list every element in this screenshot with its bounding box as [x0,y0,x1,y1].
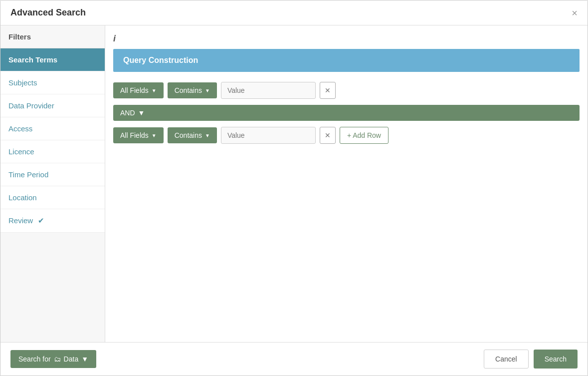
remove-row-button-2[interactable]: ✕ [320,127,336,144]
caret-icon-4: ▼ [205,133,210,138]
sidebar-header: Filters [0,25,105,48]
search-for-data-suffix: Data [64,355,79,363]
modal-header: Advanced Search × [0,0,588,25]
caret-icon-3: ▼ [152,133,157,138]
condition-dropdown-1[interactable]: Contains ▼ [168,82,217,98]
sidebar-item-review[interactable]: Review ✔ [0,209,105,233]
checkmark-icon: ✔ [38,216,44,225]
folder-icon: 🗂 [54,355,61,363]
footer-left: Search for 🗂 Data ▼ [10,350,96,368]
value-input-2[interactable] [221,127,316,144]
search-for-data-caret: ▼ [81,355,88,363]
caret-icon-2: ▼ [205,88,210,93]
close-icon: ✕ [325,86,331,94]
sidebar-item-label: Time Period [8,170,48,179]
sidebar-item-subjects[interactable]: Subjects [0,71,105,94]
footer-right: Cancel Search [484,350,578,369]
remove-row-button-1[interactable]: ✕ [320,82,336,99]
search-for-data-button[interactable]: Search for 🗂 Data ▼ [10,350,96,368]
field-dropdown-label-1: All Fields [120,86,149,94]
condition-dropdown-2[interactable]: Contains ▼ [168,127,217,143]
value-input-1[interactable] [221,82,316,99]
cancel-button[interactable]: Cancel [484,350,529,369]
sidebar-item-label: Review [8,216,33,225]
caret-icon-1: ▼ [152,88,157,93]
query-row-1: All Fields ▼ Contains ▼ ✕ [113,82,580,99]
field-dropdown-label-2: All Fields [120,131,149,139]
sidebar-item-data-provider[interactable]: Data Provider [0,94,105,117]
main-content: i Query Construction All Fields ▼ Contai… [105,25,588,342]
sidebar-item-label: Search Terms [8,55,57,64]
field-dropdown-2[interactable]: All Fields ▼ [113,127,164,143]
sidebar-item-label: Licence [8,147,34,156]
and-label: AND [120,109,135,117]
close-button[interactable]: × [572,8,578,18]
condition-dropdown-label-2: Contains [175,131,202,139]
sidebar-item-search-terms[interactable]: Search Terms [0,48,105,71]
close-icon-2: ✕ [325,131,331,139]
query-row-2: All Fields ▼ Contains ▼ ✕ + Add Row [113,127,580,144]
sidebar-item-label: Data Provider [8,101,54,110]
sidebar-item-label: Access [8,124,32,133]
search-button[interactable]: Search [534,350,578,369]
and-button[interactable]: AND ▼ [113,105,580,121]
sidebar-item-label: Subjects [8,78,37,87]
modal-body: Filters Search Terms Subjects Data Provi… [0,25,588,342]
sidebar-item-label: Location [8,193,37,202]
query-construction-header: Query Construction [113,49,580,72]
advanced-search-modal: Advanced Search × Filters Search Terms S… [0,0,588,376]
sidebar-item-access[interactable]: Access [0,117,105,140]
sidebar-item-location[interactable]: Location [0,186,105,209]
sidebar: Filters Search Terms Subjects Data Provi… [0,25,105,342]
field-dropdown-1[interactable]: All Fields ▼ [113,82,164,98]
search-for-data-label: Search for [18,355,51,363]
sidebar-item-time-period[interactable]: Time Period [0,163,105,186]
condition-dropdown-label-1: Contains [175,86,202,94]
modal-title: Advanced Search [10,7,86,18]
sidebar-item-licence[interactable]: Licence [0,140,105,163]
modal-footer: Search for 🗂 Data ▼ Cancel Search [0,342,588,376]
info-icon: i [113,33,580,44]
and-caret-icon: ▼ [138,109,145,117]
add-row-button[interactable]: + Add Row [340,127,389,144]
